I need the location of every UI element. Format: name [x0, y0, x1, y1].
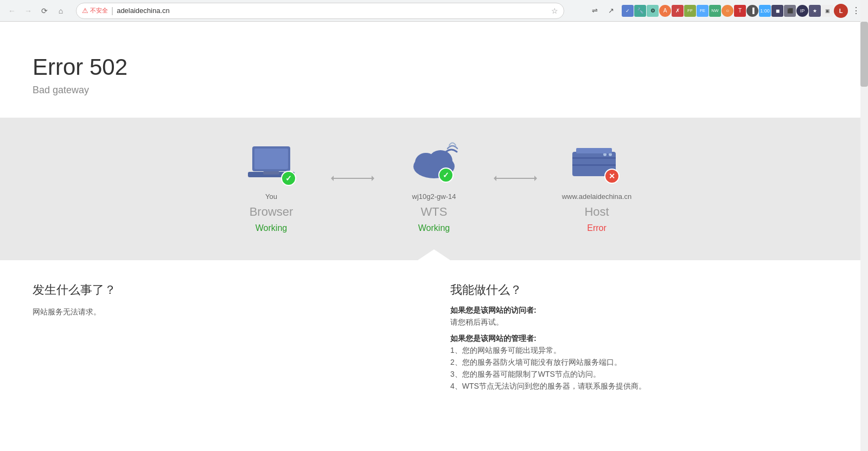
ext-icon-7[interactable]: FE — [697, 5, 709, 17]
wts-id-label: wj10g2-gw-14 — [412, 192, 456, 201]
svg-marker-11 — [494, 176, 496, 181]
browser-label: Browser — [250, 205, 293, 219]
node-host: ✕ www.adelaidechina.cn Host Error — [542, 139, 651, 233]
ext-icon-9[interactable]: ○ — [722, 5, 733, 17]
svg-rect-3 — [263, 171, 279, 175]
ext-icon-5[interactable]: ✗ — [672, 5, 684, 17]
svg-rect-15 — [572, 164, 616, 166]
security-label: 不安全 — [90, 7, 108, 15]
ext-icon-15[interactable]: IP — [796, 5, 808, 17]
reload-button[interactable]: ⟳ — [37, 3, 52, 18]
page-content: Error 502 Bad gateway ✓ — [0, 22, 868, 415]
error-header: Error 502 Bad gateway — [0, 43, 868, 118]
error-subtitle: Bad gateway — [33, 85, 835, 96]
admin-list-item-3: 3、您的服务器可能限制了WTS节点的访问。 — [450, 370, 835, 379]
diagram-section: ✓ You Browser Working — [0, 118, 868, 260]
ext-icon-1[interactable]: ✓ — [622, 5, 634, 17]
back-button[interactable]: ← — [4, 3, 20, 18]
separator: | — [111, 6, 113, 16]
extension-icons: ✓ 🔧 ⚙ A ✗ FF FE NW ○ T ▐ 1:00 ◼ ⬛ IP ★ ▣… — [622, 3, 864, 18]
ext-icon-14[interactable]: ⬛ — [784, 5, 796, 17]
ext-icon-3[interactable]: ⚙ — [647, 5, 659, 17]
error-title: Error 502 — [33, 54, 835, 80]
admin-list-item-1: 1、您的网站服务可能出现异常。 — [450, 346, 835, 356]
svg-marker-12 — [534, 176, 537, 181]
browser-status: Working — [256, 223, 287, 233]
ext-icon-2[interactable]: 🔧 — [634, 5, 646, 17]
ext-icon-11[interactable]: ▐ — [746, 5, 758, 17]
bookmark-icon[interactable]: ☆ — [551, 7, 558, 15]
warning-icon: ⚠ — [82, 7, 88, 15]
diagram-chevron — [418, 249, 450, 260]
diagram-inner: ✓ You Browser Working — [217, 139, 651, 233]
ext-icon-16[interactable]: ★ — [809, 5, 821, 17]
visitor-text: 请您稍后再试。 — [450, 318, 835, 327]
info-right: 我能做什么？ 如果您是该网站的访问者: 请您稍后再试。 如果您是该网站的管理者:… — [450, 282, 835, 394]
browser-chrome: ← → ⟳ ⌂ ⚠ 不安全 | ☆ ⇌ ↗ ✓ 🔧 ⚙ A ✗ FF FE NW… — [0, 0, 868, 22]
svg-rect-14 — [572, 157, 616, 159]
ext-icon-17[interactable]: ▣ — [821, 5, 833, 17]
nav-buttons: ← → ⟳ ⌂ — [4, 3, 68, 18]
share-icon[interactable]: ↗ — [603, 3, 618, 18]
scrollbar[interactable] — [860, 0, 868, 451]
toolbar-icons: ⇌ ↗ — [587, 3, 618, 18]
translate-icon[interactable]: ⇌ — [587, 3, 602, 18]
profile-icon[interactable]: L — [834, 4, 848, 18]
host-status-badge: ✕ — [604, 169, 620, 184]
host-url-label: www.adelaidechina.cn — [562, 192, 632, 201]
svg-marker-5 — [331, 176, 334, 181]
arrow-1 — [326, 170, 380, 186]
svg-rect-1 — [254, 149, 288, 169]
info-section: 发生什么事了？ 网站服务无法请求。 我能做什么？ 如果您是该网站的访问者: 请您… — [0, 260, 868, 415]
ext-icon-6[interactable]: FF — [684, 5, 696, 17]
visitor-bold: 如果您是该网站的访问者: — [450, 306, 835, 315]
right-heading: 我能做什么？ — [450, 282, 835, 298]
ext-icon-12[interactable]: 1:00 — [759, 5, 771, 17]
address-input[interactable] — [117, 7, 548, 15]
browser-status-badge: ✓ — [281, 171, 296, 186]
wts-status-badge: ✓ — [438, 167, 454, 183]
ext-icon-4[interactable]: A — [659, 5, 671, 17]
ext-icon-13[interactable]: ◼ — [771, 5, 783, 17]
admin-list-item-2: 2、您的服务器防火墙可能没有放行网站服务端口。 — [450, 358, 835, 368]
security-badge: ⚠ 不安全 — [82, 7, 108, 15]
ext-icon-10[interactable]: T — [734, 5, 746, 17]
arrow-2 — [488, 170, 542, 186]
arrow-2-icon — [494, 170, 537, 186]
scrollbar-thumb[interactable] — [860, 22, 868, 87]
left-text: 网站服务无法请求。 — [33, 306, 418, 318]
svg-rect-18 — [576, 148, 612, 153]
left-heading: 发生什么事了？ — [33, 282, 418, 298]
host-status: Error — [587, 223, 607, 233]
info-left: 发生什么事了？ 网站服务无法请求。 — [33, 282, 418, 394]
admin-list-item-4: 4、WTS节点无法访问到您的服务器，请联系服务提供商。 — [450, 382, 835, 391]
admin-bold: 如果您是该网站的管理者: — [450, 334, 835, 344]
node-wts: ✓ wj10g2-gw-14 WTS Working — [380, 139, 488, 233]
cloud-icon — [407, 142, 461, 185]
node-browser: ✓ You Browser Working — [217, 139, 326, 233]
forward-button[interactable]: → — [21, 3, 36, 18]
wts-label: WTS — [421, 205, 448, 219]
host-icon-wrap: ✕ — [570, 139, 624, 188]
home-button[interactable]: ⌂ — [53, 3, 68, 18]
arrow-1-icon — [331, 170, 374, 186]
ext-icon-8[interactable]: NW — [709, 5, 721, 17]
svg-marker-6 — [372, 176, 374, 181]
wts-status: Working — [418, 223, 450, 233]
you-label: You — [265, 192, 277, 201]
address-bar[interactable]: ⚠ 不安全 | ☆ — [76, 3, 564, 19]
wts-icon-wrap: ✓ — [407, 139, 461, 188]
browser-icon-wrap: ✓ — [244, 139, 298, 188]
host-label: Host — [584, 205, 609, 219]
admin-list: 1、您的网站服务可能出现异常。 2、您的服务器防火墙可能没有放行网站服务端口。 … — [450, 346, 835, 391]
